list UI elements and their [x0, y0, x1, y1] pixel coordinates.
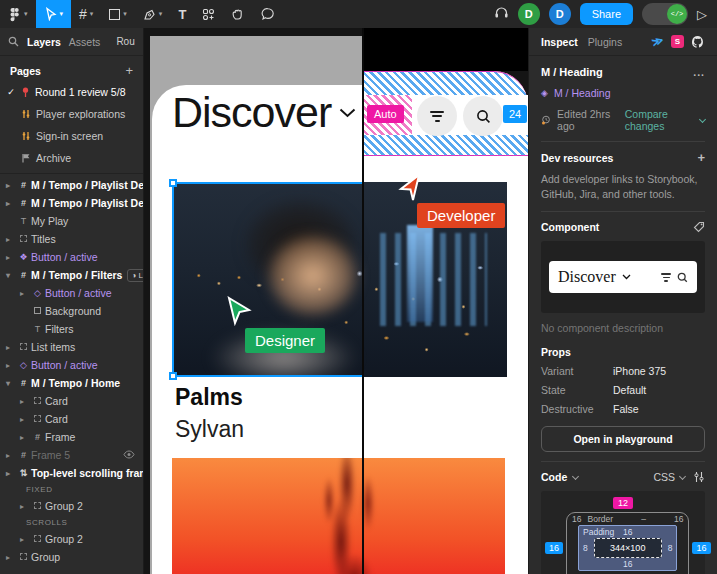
page-item[interactable]: Player explorations [0, 103, 143, 125]
layer-row[interactable]: TMy Play [0, 212, 143, 230]
add-page-button[interactable]: + [125, 64, 133, 77]
filter-button[interactable] [417, 96, 457, 136]
dev-mode-toggle[interactable]: </> [642, 3, 688, 25]
layer-label: Background [45, 305, 101, 317]
tab-plugins[interactable]: Plugins [588, 36, 622, 48]
layer-row[interactable]: ▸⇅Top-level scrolling frame [0, 464, 143, 482]
expand-chevron-icon[interactable]: ▸ [6, 343, 16, 352]
skyline-art [407, 225, 434, 323]
github-icon[interactable] [691, 35, 705, 49]
check-icon: ✓ [6, 87, 16, 97]
expand-chevron-icon[interactable]: ▸ [6, 553, 16, 562]
expand-chevron-icon[interactable]: ▸ [20, 289, 30, 298]
comment-tool-button[interactable] [253, 0, 283, 28]
expand-chevron-icon[interactable]: ▸ [20, 415, 30, 424]
present-play-icon[interactable]: ▷ [697, 7, 707, 22]
expand-chevron-icon[interactable]: ▸ [6, 469, 16, 478]
layer-row[interactable]: ▾#M / Tempo / Filters◑ Light [0, 266, 143, 284]
layer-row[interactable]: TFilters [0, 320, 143, 338]
layer-row[interactable]: Background [0, 302, 143, 320]
layer-row[interactable]: ▸Group 2 [0, 497, 143, 515]
layer-row[interactable]: ▸❖Button / active [0, 248, 143, 266]
tab-layers[interactable]: Layers [27, 36, 61, 48]
expand-chevron-icon[interactable]: ▸ [6, 451, 16, 460]
more-menu-icon[interactable]: ... [693, 66, 705, 78]
code-settings-icon[interactable] [693, 471, 705, 483]
layer-row[interactable]: ▸Titles [0, 230, 143, 248]
discover-heading[interactable]: Discover [172, 88, 362, 137]
layer-row[interactable]: ▸Group [0, 548, 143, 566]
layer-row[interactable]: ▸Card [0, 410, 143, 428]
selection-handle[interactable] [169, 372, 177, 380]
open-playground-button[interactable]: Open in playground [541, 426, 705, 452]
code-language-dropdown[interactable]: CSS [653, 471, 685, 483]
frame-icon: # [16, 270, 31, 280]
page-item[interactable]: ✓Round 1 review 5/8 [0, 81, 143, 103]
album-art[interactable] [172, 458, 505, 574]
avatar[interactable]: D [518, 3, 540, 25]
text-icon: T [16, 216, 31, 226]
track-subtitle[interactable]: Sylvan [175, 416, 244, 443]
main-component-link[interactable]: ◈ M / Heading [541, 87, 705, 99]
expand-chevron-icon[interactable]: ▸ [20, 397, 30, 406]
design-dev-split-divider[interactable] [362, 28, 364, 574]
layer-row[interactable]: ▸List items [0, 338, 143, 356]
chevron-down-icon[interactable] [572, 473, 579, 480]
audio-headphones-icon[interactable] [494, 5, 509, 23]
chevron-down-icon [622, 274, 631, 280]
move-tool-button[interactable]: ▾ [36, 0, 72, 28]
expand-chevron-icon[interactable]: ▸ [20, 502, 30, 511]
expand-chevron-icon[interactable]: ▸ [6, 235, 16, 244]
hand-tool-button[interactable] [223, 0, 253, 28]
add-dev-resource-button[interactable]: + [697, 151, 705, 164]
component-tag-icon[interactable] [693, 221, 705, 233]
avatar[interactable]: D [549, 3, 571, 25]
expand-chevron-icon[interactable]: ▾ [6, 271, 16, 280]
expand-chevron-icon[interactable]: ▸ [20, 433, 30, 442]
padding-left-value: 8 [583, 543, 588, 553]
layer-row[interactable]: ▸◇Button / active [0, 356, 143, 374]
expand-chevron-icon[interactable]: ▸ [6, 199, 16, 208]
layer-label: List items [31, 341, 75, 353]
search-button[interactable] [463, 96, 503, 136]
selection-handle[interactable] [169, 179, 177, 187]
pinned-page-dropdown[interactable]: Roun... [114, 36, 135, 47]
tab-inspect[interactable]: Inspect [541, 36, 578, 48]
search-icon [476, 109, 491, 124]
expand-chevron-icon[interactable]: ▸ [6, 253, 16, 262]
layer-row[interactable]: ▸#Frame 5 [0, 446, 143, 464]
canvas[interactable]: Auto 24 Discover Designer [144, 28, 528, 574]
pin-icon [21, 87, 30, 98]
layer-row[interactable]: ▸◇Button / active [0, 284, 143, 302]
frame-tool-button[interactable]: # ▾ [71, 0, 101, 28]
main-menu-button[interactable]: ▾ [0, 0, 36, 28]
eye-icon[interactable] [123, 449, 135, 461]
component-preview[interactable]: Discover [541, 241, 705, 313]
page-item[interactable]: Sign-in screen [0, 125, 143, 147]
padding-top-value: 16 [623, 527, 632, 537]
track-title[interactable]: Palms [175, 384, 243, 411]
chevron-down-icon: ▾ [123, 10, 127, 18]
padding-bottom-value: 16 [583, 559, 672, 569]
tab-assets[interactable]: Assets [69, 36, 101, 48]
plugin-arrows-icon[interactable]: ≫ [651, 34, 666, 50]
layer-row[interactable]: ▾#M / Tempo / Home [0, 374, 143, 392]
expand-chevron-icon[interactable]: ▸ [6, 361, 16, 370]
search-icon[interactable] [8, 33, 19, 51]
expand-chevron-icon[interactable]: ▸ [6, 181, 16, 190]
layer-row[interactable]: ▸#M / Tempo / Playlist Detail [0, 194, 143, 212]
page-item[interactable]: Archive [0, 147, 143, 169]
layer-row[interactable]: ▸#Frame [0, 428, 143, 446]
resources-tool-button[interactable] [194, 0, 223, 28]
pen-tool-button[interactable]: ▾ [135, 0, 171, 28]
expand-chevron-icon[interactable]: ▾ [6, 379, 16, 388]
compare-changes-link[interactable]: Compare changes [625, 108, 705, 132]
layer-row[interactable]: ▸Group 2 [0, 530, 143, 548]
text-tool-button[interactable]: T [170, 0, 194, 28]
share-button[interactable]: Share [580, 3, 633, 25]
shape-tool-button[interactable]: ▾ [101, 0, 135, 28]
layer-row[interactable]: ▸Card [0, 392, 143, 410]
expand-chevron-icon[interactable]: ▸ [20, 535, 30, 544]
plugin-s-icon[interactable]: S [671, 35, 684, 48]
layer-row[interactable]: ▸#M / Tempo / Playlist Detail [0, 176, 143, 194]
